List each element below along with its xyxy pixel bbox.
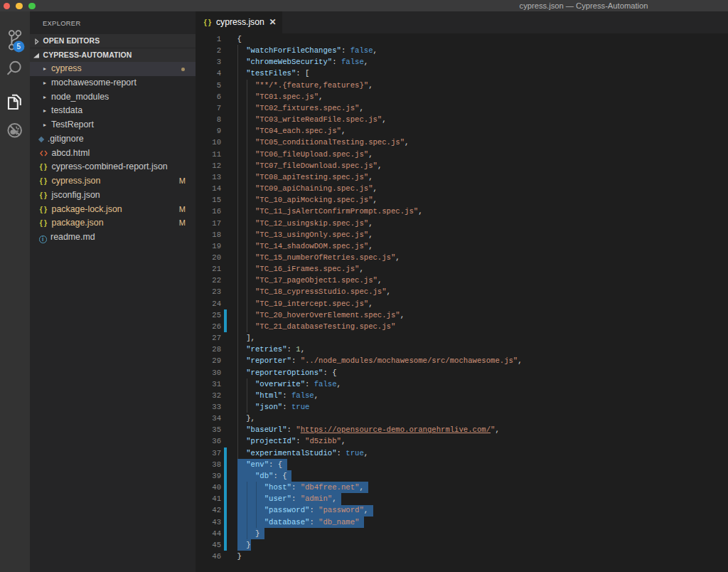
svg-text:5: 5 (17, 43, 21, 51)
